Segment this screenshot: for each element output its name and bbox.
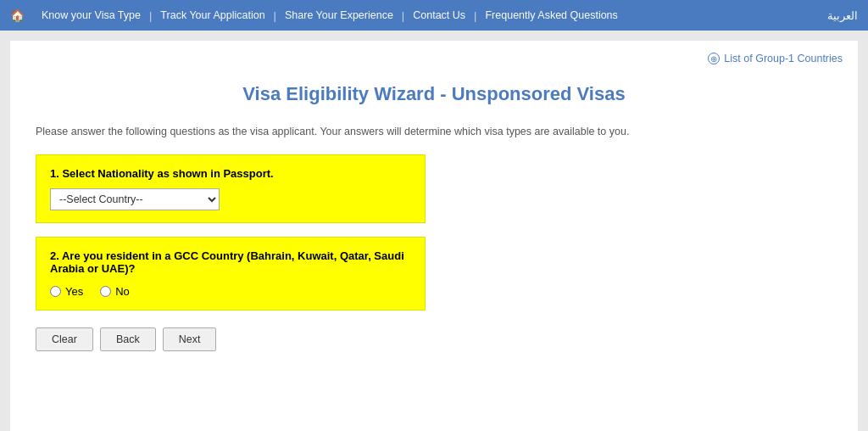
radio-yes[interactable]: [50, 286, 61, 297]
radio-yes-label: Yes: [65, 285, 83, 298]
nav-contact[interactable]: Contact Us: [404, 9, 474, 21]
nav-sep-2: |: [274, 9, 276, 22]
navbar: 🏠 Know your Visa Type | Track Your Appli…: [0, 0, 868, 31]
nav-faq[interactable]: Frequently Asked Questions: [476, 9, 626, 21]
radio-no-label: No: [115, 285, 130, 298]
page-title: Visa Eligibility Wizard - Unsponsored Vi…: [27, 83, 841, 105]
select-country-dropdown[interactable]: --Select Country--: [50, 188, 220, 210]
nav-sep-4: |: [474, 9, 476, 22]
radio-no[interactable]: [100, 286, 111, 297]
clear-button[interactable]: Clear: [36, 327, 93, 351]
nav-sep-1: |: [149, 9, 152, 22]
question1-box: 1. Select Nationality as shown in Passpo…: [36, 154, 426, 223]
group1-label: List of Group-1 Countries: [724, 53, 843, 64]
nav-know-visa[interactable]: Know your Visa Type: [33, 9, 149, 21]
radio-group-gcc: Yes No: [50, 285, 411, 298]
nav-share[interactable]: Share Your Experience: [276, 9, 402, 21]
group1-countries-link[interactable]: ⊕ List of Group-1 Countries: [708, 53, 843, 64]
arabic-label[interactable]: العربية: [827, 9, 858, 22]
button-row: Clear Back Next: [36, 327, 841, 351]
question2-label: 2. Are you resident in a GCC Country (Ba…: [50, 249, 411, 275]
radio-no-option[interactable]: No: [100, 285, 130, 298]
navbar-links: Know your Visa Type | Track Your Applica…: [33, 9, 827, 22]
question2-box: 2. Are you resident in a GCC Country (Ba…: [36, 237, 426, 311]
back-button[interactable]: Back: [100, 327, 156, 351]
home-icon[interactable]: 🏠: [10, 8, 25, 22]
main-content: ⊕ List of Group-1 Countries Visa Eligibi…: [10, 41, 858, 431]
next-button[interactable]: Next: [163, 327, 217, 351]
page-description: Please answer the following questions as…: [36, 126, 841, 137]
nav-track-app[interactable]: Track Your Application: [152, 9, 273, 21]
nav-sep-3: |: [402, 9, 404, 22]
question1-label: 1. Select Nationality as shown in Passpo…: [50, 167, 411, 180]
globe-icon: ⊕: [708, 53, 720, 64]
radio-yes-option[interactable]: Yes: [50, 285, 83, 298]
